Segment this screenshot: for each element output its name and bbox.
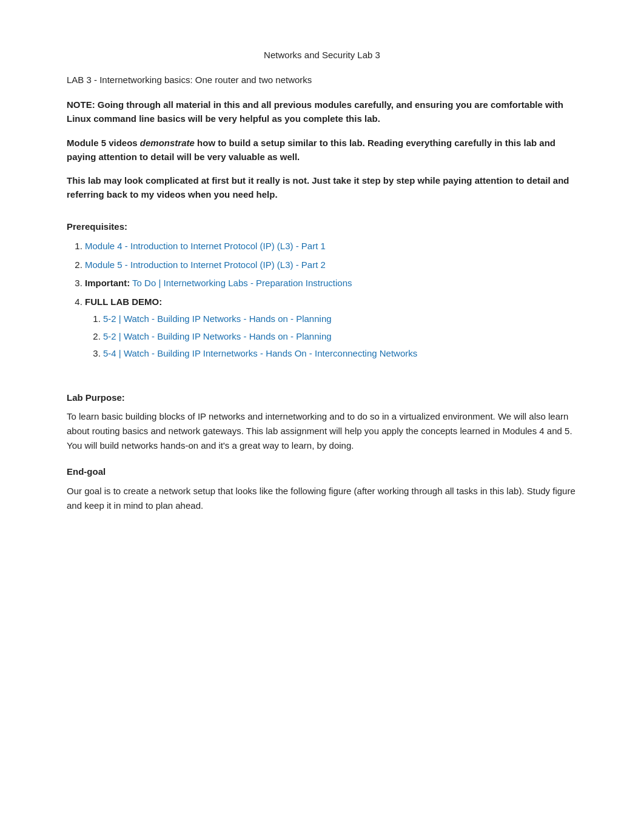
lab-purpose-section: Lab Purpose: To learn basic building blo… <box>67 391 577 513</box>
module-block-prefix: Module 5 videos <box>67 138 140 148</box>
prerequisites-section: Prerequisites: Module 4 - Introduction t… <box>67 220 577 361</box>
lab-purpose-text: To learn basic building blocks of IP net… <box>67 409 577 453</box>
list-item: 5-2 | Watch - Building IP Networks - Han… <box>103 312 577 326</box>
sub-link-2[interactable]: 5-2 | Watch - Building IP Networks - Han… <box>103 331 332 341</box>
module-block: Module 5 videos demonstrate how to build… <box>67 136 577 164</box>
list-item: FULL LAB DEMO: 5-2 | Watch - Building IP… <box>85 295 577 361</box>
list-item: 5-2 | Watch - Building IP Networks - Han… <box>103 330 577 344</box>
module5-link[interactable]: Module 5 - Introduction to Internet Prot… <box>85 260 326 270</box>
list-item: 5-4 | Watch - Building IP Internetworks … <box>103 347 577 361</box>
important-label: Important: <box>85 278 130 288</box>
list-item: Important: To Do | Internetworking Labs … <box>85 277 577 290</box>
lab-purpose-heading: Lab Purpose: <box>67 391 577 405</box>
step-block: This lab may look complicated at first b… <box>67 173 577 202</box>
sub-list: 5-2 | Watch - Building IP Networks - Han… <box>85 312 577 361</box>
page-title: Networks and Security Lab 3 <box>67 49 577 62</box>
list-item: Module 5 - Introduction to Internet Prot… <box>85 258 577 272</box>
important-link[interactable]: To Do | Internetworking Labs - Preparati… <box>132 278 352 288</box>
sub-link-3[interactable]: 5-4 | Watch - Building IP Internetworks … <box>103 348 417 358</box>
end-goal-text: Our goal is to create a network setup th… <box>67 484 577 513</box>
prerequisites-label: Prerequisites: <box>67 220 577 234</box>
list-item: Module 4 - Introduction to Internet Prot… <box>85 240 577 253</box>
note-block: NOTE: Going through all material in this… <box>67 98 577 126</box>
module4-link[interactable]: Module 4 - Introduction to Internet Prot… <box>85 241 326 251</box>
prerequisites-list: Module 4 - Introduction to Internet Prot… <box>67 240 577 361</box>
lab-heading: LAB 3 - Internetworking basics: One rout… <box>67 73 577 87</box>
full-lab-demo-label: FULL LAB DEMO: <box>85 297 162 307</box>
end-goal-heading: End-goal <box>67 465 577 479</box>
module-block-italic: demonstrate <box>140 138 195 148</box>
sub-link-1[interactable]: 5-2 | Watch - Building IP Networks - Han… <box>103 314 332 324</box>
